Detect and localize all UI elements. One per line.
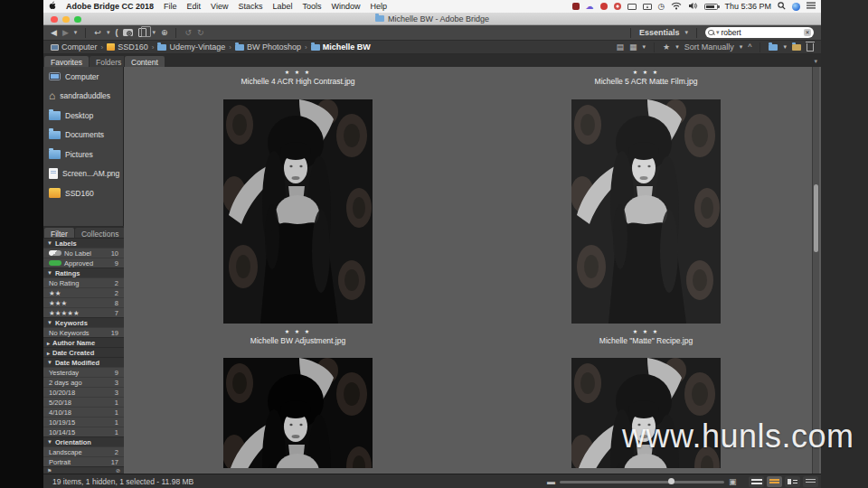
battery-icon[interactable] [704, 4, 718, 10]
red-status-icon[interactable] [600, 3, 608, 10]
file-name[interactable]: Michelle BW Adjustment.jpg [124, 336, 472, 345]
folder-dropdown-icon[interactable]: ▾ [783, 43, 787, 51]
filter-row[interactable]: No Keywords 19 [43, 327, 124, 337]
panel-menu-icon[interactable]: ▾ [814, 58, 820, 67]
filter-row[interactable]: ★★ 2 [43, 287, 124, 297]
menu-app-name[interactable]: Adobe Bridge CC 2018 [66, 2, 154, 11]
workspace-dropdown-icon[interactable]: ▾ [684, 29, 688, 36]
thumbnail-image[interactable] [223, 99, 373, 324]
bridge-status-icon[interactable] [572, 3, 580, 10]
volume-icon[interactable] [688, 2, 698, 12]
filter-row[interactable]: ★★★★★ 7 [43, 307, 124, 317]
scrollbar-thumb[interactable] [814, 184, 818, 252]
favorite-item-home[interactable]: ⌂ sandraduddles [43, 87, 124, 107]
breadcrumb-michelle-bw[interactable]: Michelle BW [311, 42, 371, 52]
minimize-window-button[interactable] [62, 16, 70, 23]
breadcrumb-udemy-vintage[interactable]: Udemy-Vintage [157, 42, 225, 52]
file-name[interactable]: Michelle "Matte" Recipe.jpg [472, 336, 820, 345]
workspace-selector[interactable]: Essentials [639, 28, 680, 37]
content-scrollbar[interactable] [812, 67, 819, 474]
filter-section-orientation[interactable]: ▼ Orientation [43, 436, 124, 446]
file-name[interactable]: Michelle 4 ACR High Contrast.jpg [124, 77, 472, 86]
filter-section-keywords[interactable]: ▼ Keywords [43, 317, 124, 327]
zoom-window-button[interactable] [74, 16, 81, 23]
boomerang-return-button[interactable]: ↩ [94, 29, 101, 37]
menu-label[interactable]: Label [272, 2, 292, 11]
filter-section-date-modified[interactable]: ▼ Date Modified [43, 357, 124, 367]
time-machine-icon[interactable]: ◷ [658, 2, 665, 11]
tab-favorites[interactable]: Favorites [44, 56, 89, 67]
breadcrumb-computer[interactable]: Computer [51, 42, 98, 52]
menu-edit[interactable]: Edit [187, 2, 202, 11]
breadcrumb-bw-photoshop[interactable]: BW Photoshop [235, 42, 301, 52]
favorite-item-ssd160[interactable]: SSD160 [43, 183, 124, 203]
menu-window[interactable]: Window [331, 2, 360, 11]
star-rating[interactable]: ★ ★ ★ [124, 69, 472, 75]
display-icon[interactable] [627, 4, 637, 10]
window-title-bar[interactable]: Michelle BW - Adobe Bridge [43, 13, 821, 25]
list-view-button[interactable] [785, 476, 800, 487]
slider-thumb[interactable] [668, 478, 675, 484]
creative-cloud-icon[interactable]: ☁ [586, 3, 594, 11]
menu-stacks[interactable]: Stacks [238, 2, 262, 11]
menu-clock[interactable]: Thu 5:36 PM [724, 2, 771, 11]
menu-help[interactable]: Help [371, 2, 388, 11]
open-in-camera-raw-button[interactable]: ⊕ [161, 29, 168, 37]
filter-row[interactable]: No Label 10 [43, 248, 124, 258]
view-dropdown-icon[interactable]: ▾ [643, 43, 646, 51]
menu-view[interactable]: View [211, 2, 228, 11]
menu-tools[interactable]: Tools [302, 2, 321, 11]
filter-row[interactable]: 4/10/18 1 [43, 407, 124, 417]
notification-center-icon[interactable] [807, 2, 816, 11]
nav-dropdown-icon[interactable]: ▾ [74, 29, 78, 36]
slider-track[interactable] [560, 481, 724, 483]
close-window-button[interactable] [51, 16, 58, 23]
grid-lock-view-icon[interactable]: ▦ [629, 42, 637, 52]
star-rating[interactable]: ★ ★ ★ [472, 69, 820, 75]
filter-row[interactable]: 10/20/18 3 [43, 387, 124, 397]
menu-file[interactable]: File [164, 2, 177, 11]
clear-search-icon[interactable]: ✕ [804, 29, 811, 36]
breadcrumb-ssd160[interactable]: SSD160 [107, 42, 148, 52]
delete-trash-icon[interactable] [807, 43, 814, 52]
spotlight-search-icon[interactable] [778, 2, 786, 12]
search-value[interactable]: robert [722, 28, 802, 37]
filter-row[interactable]: Yesterday 9 [43, 367, 124, 377]
filter-row[interactable]: Approved 9 [43, 258, 124, 267]
airplay-icon[interactable] [643, 4, 652, 10]
camera-import-button[interactable] [123, 29, 133, 36]
filter-row[interactable]: No Rating 2 [43, 277, 124, 287]
grid-view-button[interactable] [749, 476, 764, 487]
smaller-thumbnails-icon[interactable]: ▬ [547, 477, 555, 486]
rotate-left-button[interactable]: ↺ [184, 29, 192, 37]
rotate-right-button[interactable]: ↻ [197, 29, 204, 37]
star-filter-dropdown-icon[interactable]: ▾ [675, 43, 679, 51]
tab-folders[interactable]: Folders [90, 56, 127, 67]
filter-row[interactable]: Landscape 2 [43, 446, 124, 456]
filter-section-date-created[interactable]: ▸ Date Created [43, 347, 124, 357]
filter-row[interactable]: Portrait 17 [43, 456, 124, 466]
red-badge-icon[interactable] [614, 3, 621, 10]
boomerang-dropdown-icon[interactable]: ▾ [107, 29, 110, 36]
filter-row[interactable]: ★★★ 8 [43, 297, 124, 307]
star-rating[interactable]: ★ ★ ★ [124, 328, 472, 334]
new-folder-icon[interactable] [769, 44, 778, 51]
filter-row[interactable]: 10/14/15 1 [43, 427, 124, 436]
thumbnail-grid-view-icon[interactable]: ▤ [617, 42, 625, 52]
larger-thumbnails-icon[interactable]: ▣ [729, 477, 737, 486]
open-folder-icon[interactable] [792, 44, 801, 51]
sort-ascending-icon[interactable]: ^ [748, 42, 751, 52]
siri-icon[interactable] [792, 3, 800, 11]
back-button[interactable]: ◀ [51, 29, 57, 37]
star-filter-icon[interactable]: ★ [663, 42, 670, 52]
filter-section-labels[interactable]: ▼ Labels [43, 238, 124, 248]
thumbnail-size-slider[interactable]: ▬ ▣ [547, 474, 737, 488]
favorite-item-screenshot[interactable]: Screen...AM.png [43, 164, 124, 184]
filter-section-author-name[interactable]: ▸ Author Name [43, 337, 124, 347]
filter-section-ratings[interactable]: ▼ Ratings [43, 267, 124, 277]
sort-selector[interactable]: Sort Manually [684, 42, 734, 52]
filter-flag-icon[interactable]: ⚑ [47, 467, 52, 474]
apple-menu-icon[interactable] [49, 1, 56, 12]
detail-view-button[interactable] [767, 476, 782, 487]
thumbnail-image[interactable] [571, 99, 721, 324]
